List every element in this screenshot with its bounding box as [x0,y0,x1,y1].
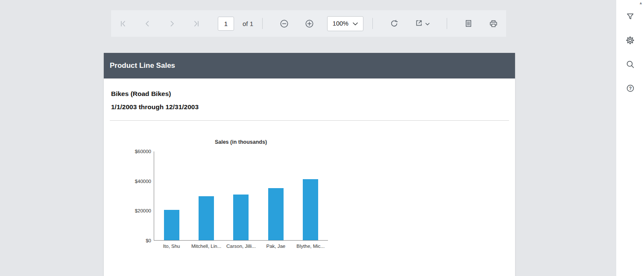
bar [164,210,179,240]
y-axis-label: $60000 [135,149,151,154]
y-axis-label: $20000 [135,208,151,213]
side-panel: ? ▲ [616,0,644,276]
zoom-value-label: 100% [333,20,348,27]
settings-button[interactable] [623,33,638,49]
zoom-out-icon [280,19,289,28]
chart-title: Sales (in thousands) [154,139,328,145]
zoom-select[interactable]: 100% [327,16,364,31]
x-axis-label: Blythe, Mic... [296,244,325,249]
x-axis-label: Carson, Jilli... [226,244,256,249]
zoom-in-button[interactable] [305,19,314,28]
x-axis-label: Ito, Shu [163,244,180,249]
chart-plot: Ito, ShuMitchell, Lin...Carson, Jilli...… [154,151,328,241]
page-setup-icon [464,19,473,28]
report-header-bar: Product Line Sales [104,53,515,78]
export-button[interactable] [415,19,430,29]
report-subtitle-dates: 1/1/2003 through 12/31/2003 [111,103,199,111]
chevron-down-icon [425,20,430,27]
x-axis-label: Pak, Jae [266,244,285,249]
previous-page-icon [143,20,152,28]
gear-icon [626,36,635,46]
search-button[interactable] [623,57,638,73]
last-page-button[interactable] [192,19,200,28]
svg-text:?: ? [629,86,631,91]
report-toolbar: of 1 100% [111,10,506,37]
bar-slot: Carson, Jilli... [233,151,249,240]
toolbar-separator [447,18,447,29]
first-page-button[interactable] [119,19,127,28]
search-icon [626,60,635,70]
bar [233,195,249,240]
export-icon [415,19,423,29]
y-axis-label: $0 [146,238,151,243]
zoom-in-icon [305,19,314,28]
previous-page-button[interactable] [143,19,152,28]
refresh-icon [390,19,398,28]
toolbar-separator [262,18,263,29]
refresh-button[interactable] [390,19,398,28]
bar-slot: Pak, Jae [268,151,284,240]
page-setup-button[interactable] [464,19,473,28]
y-axis-label: $40000 [135,179,151,184]
bar [268,188,284,240]
scroll-up-arrow[interactable]: ▲ [638,1,644,5]
chart-body: $0$20000$40000$60000 Ito, ShuMitchell, L… [128,151,328,241]
bar [303,179,318,240]
toolbar-separator [372,18,373,29]
help-question-icon: ? [626,84,635,94]
zoom-out-button[interactable] [280,19,289,28]
report-page: Product Line Sales Bikes (Road Bikes) 1/… [104,53,515,276]
report-subtitle-product: Bikes (Road Bikes) [111,90,171,98]
bar [199,196,214,240]
next-page-icon [168,20,176,28]
help-button[interactable]: ? [623,81,638,96]
last-page-icon [192,20,200,28]
x-axis-label: Mitchell, Lin... [191,244,221,249]
parameters-filter-button[interactable] [623,9,638,25]
bar-slot: Mitchell, Lin... [199,151,214,240]
bar-slot: Ito, Shu [164,151,179,240]
sales-bar-chart: Sales (in thousands) $0$20000$40000$6000… [128,139,328,241]
first-page-icon [119,20,127,28]
page-count-label: of 1 [243,20,253,27]
report-title: Product Line Sales [110,61,175,70]
report-divider [110,120,509,121]
filter-funnel-icon [626,12,635,22]
next-page-button[interactable] [168,19,176,28]
print-icon [489,19,498,28]
chevron-down-icon [353,20,358,27]
bar-slot: Blythe, Mic... [303,151,318,240]
chart-y-axis: $0$20000$40000$60000 [128,151,154,241]
page-number-input[interactable] [218,17,234,31]
print-button[interactable] [489,19,498,28]
